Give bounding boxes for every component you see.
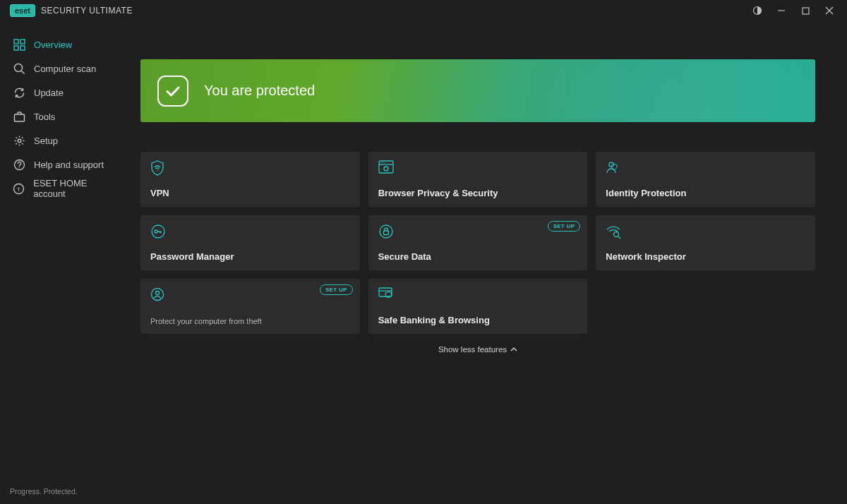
feature-title: Identity Protection	[606, 188, 805, 198]
gear-icon	[13, 134, 25, 147]
minimize-button[interactable]	[769, 1, 793, 20]
search-icon	[13, 62, 25, 75]
product-name: SECURITY ULTIMATE	[41, 6, 133, 16]
svg-line-33	[618, 236, 620, 239]
padlock-key-icon	[150, 224, 350, 239]
svg-line-10	[21, 71, 25, 74]
svg-rect-31	[383, 231, 388, 235]
feature-card-browser-privacy[interactable]: Browser Privacy & Security	[368, 152, 588, 207]
svg-rect-6	[20, 40, 25, 44]
svg-point-22	[384, 162, 385, 163]
maximize-button[interactable]	[793, 1, 817, 20]
sidebar: Overview Computer scan Update Tools Setu…	[0, 32, 131, 200]
overview-icon	[13, 38, 25, 51]
chevron-up-icon	[510, 347, 517, 352]
check-icon	[157, 76, 188, 107]
feature-subtitle: Protect your computer from theft	[150, 317, 350, 325]
feature-grid: VPN Browser Privacy & Security Identity …	[140, 152, 815, 334]
wifi-search-icon	[606, 224, 805, 239]
toggle-features-label: Show less features	[438, 345, 507, 354]
browser-icon	[378, 160, 578, 176]
svg-point-35	[156, 292, 160, 295]
feature-title: Secure Data	[378, 251, 578, 262]
svg-point-20	[380, 162, 381, 163]
svg-point-9	[14, 64, 22, 71]
svg-point-26	[155, 230, 157, 233]
feature-card-password-manager[interactable]: Password Manager	[140, 215, 360, 270]
svg-point-32	[614, 232, 619, 237]
sidebar-item-label: Help and support	[34, 160, 104, 170]
feature-title: VPN	[150, 188, 350, 198]
theme-toggle-button[interactable]	[745, 1, 769, 20]
svg-point-14	[18, 167, 19, 167]
setup-badge: SET UP	[548, 221, 581, 232]
briefcase-icon	[13, 110, 25, 123]
feature-card-vpn[interactable]: VPN	[140, 152, 360, 207]
sidebar-item-account[interactable]: T ESET HOME account	[0, 176, 131, 200]
sidebar-item-label: Update	[34, 88, 64, 98]
sidebar-item-label: Computer scan	[34, 64, 96, 74]
card-shield-icon	[378, 287, 578, 303]
feature-title: Password Manager	[150, 251, 350, 262]
titlebar: eset SECURITY ULTIMATE	[0, 0, 847, 21]
banner-text: You are protected	[204, 83, 315, 99]
window-controls	[745, 1, 841, 20]
feature-card-secure-data[interactable]: SET UP Secure Data	[368, 215, 588, 270]
svg-point-30	[380, 225, 392, 238]
account-icon: T	[13, 182, 25, 195]
sidebar-item-label: ESET HOME account	[33, 178, 118, 199]
svg-text:T: T	[17, 186, 20, 192]
svg-rect-2	[803, 8, 809, 14]
sidebar-item-help[interactable]: Help and support	[0, 152, 131, 176]
sidebar-item-tools[interactable]: Tools	[0, 104, 131, 128]
help-icon	[13, 158, 25, 171]
feature-title: Network Inspector	[606, 251, 805, 262]
setup-badge: SET UP	[320, 284, 353, 295]
toggle-features-button[interactable]: Show less features	[140, 345, 815, 354]
svg-rect-11	[14, 114, 24, 121]
feature-card-anti-theft[interactable]: SET UP Protect your computer from theft	[140, 279, 360, 334]
feature-card-identity[interactable]: Identity Protection	[596, 152, 815, 207]
shield-wifi-icon	[150, 160, 350, 176]
status-banner: You are protected	[140, 59, 815, 122]
svg-point-23	[384, 167, 388, 171]
sidebar-item-computer-scan[interactable]: Computer scan	[0, 56, 131, 80]
close-button[interactable]	[817, 1, 841, 20]
sidebar-item-setup[interactable]: Setup	[0, 128, 131, 152]
sidebar-item-label: Setup	[34, 136, 58, 146]
svg-point-12	[18, 139, 21, 143]
svg-rect-7	[14, 46, 18, 50]
refresh-icon	[13, 86, 25, 99]
sidebar-item-overview[interactable]: Overview	[0, 32, 131, 56]
tagline: Progress. Protected.	[10, 487, 78, 496]
svg-rect-8	[20, 46, 25, 50]
svg-point-21	[383, 162, 383, 163]
sidebar-item-label: Overview	[34, 40, 72, 50]
titlebar-left: eset SECURITY ULTIMATE	[10, 4, 133, 17]
main-content: You are protected VPN Browser Privacy & …	[140, 59, 815, 483]
svg-point-17	[157, 169, 158, 171]
sidebar-item-label: Tools	[34, 112, 55, 122]
feature-title: Browser Privacy & Security	[378, 188, 578, 198]
logo-eset: eset	[10, 4, 35, 17]
svg-rect-5	[14, 40, 18, 44]
sidebar-item-update[interactable]: Update	[0, 80, 131, 104]
identity-icon	[606, 160, 805, 176]
feature-card-safe-banking[interactable]: Safe Banking & Browsing	[368, 279, 588, 334]
feature-title: Safe Banking & Browsing	[378, 315, 578, 325]
feature-card-network-inspector[interactable]: Network Inspector	[596, 215, 815, 270]
